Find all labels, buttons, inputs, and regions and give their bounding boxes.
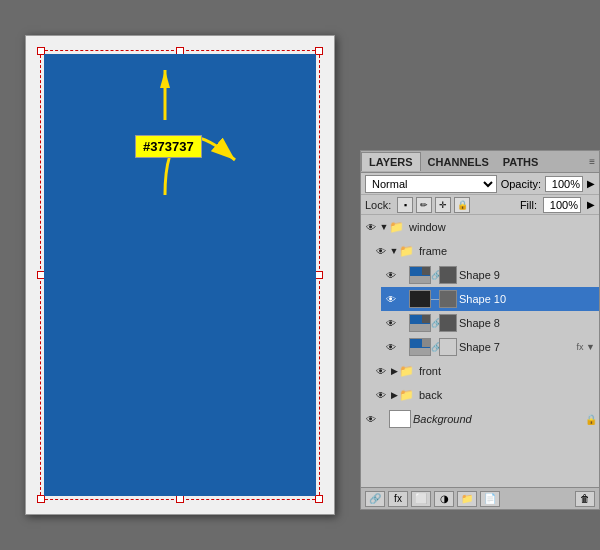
handle-tr[interactable] xyxy=(315,47,323,55)
thumb-shape9 xyxy=(409,266,431,284)
lock-background-icon: 🔒 xyxy=(585,414,597,425)
fill-arrow[interactable]: ▶ xyxy=(587,199,595,210)
visibility-front[interactable]: 👁 xyxy=(373,363,389,379)
tab-channels[interactable]: CHANNELS xyxy=(421,153,496,171)
lock-row: Lock: ▪ ✏ ✛ 🔒 Fill: ▶ xyxy=(361,195,599,215)
opacity-input[interactable] xyxy=(545,176,583,192)
fx-shape7: fx ▼ xyxy=(577,342,595,352)
new-group-btn[interactable]: 📁 xyxy=(457,491,477,507)
adjustment-btn[interactable]: ◑ xyxy=(434,491,454,507)
canvas-area: #373737 xyxy=(0,0,360,550)
tab-paths[interactable]: PATHS xyxy=(496,153,546,171)
layer-item-shape10[interactable]: 👁 — Shape 10 xyxy=(381,287,599,311)
lock-pixels-btn[interactable]: ✏ xyxy=(416,197,432,213)
link-shape8: 🔗 xyxy=(431,318,439,328)
visibility-frame[interactable]: 👁 xyxy=(373,243,389,259)
expand-front[interactable]: ▶ xyxy=(389,366,399,376)
layers-panel: LAYERS CHANNELS PATHS ≡ Normal Opacity: … xyxy=(360,150,600,510)
layer-item-window[interactable]: 👁 ▼ 📁 window xyxy=(361,215,599,239)
mask-shape8 xyxy=(439,314,457,332)
panel-tabs: LAYERS CHANNELS PATHS ≡ xyxy=(361,151,599,173)
layer-name-background: Background xyxy=(413,413,472,425)
delete-layer-btn[interactable]: 🗑 xyxy=(575,491,595,507)
fill-label: Fill: xyxy=(520,199,537,211)
panel-bottom-bar: 🔗 fx ⬜ ◑ 📁 📄 🗑 xyxy=(361,487,599,509)
thumb-background xyxy=(389,410,411,428)
layer-item-shape8[interactable]: 👁 🔗 Shape 8 xyxy=(381,311,599,335)
lock-transparent-btn[interactable]: ▪ xyxy=(397,197,413,213)
lock-icons: ▪ ✏ ✛ 🔒 xyxy=(397,197,470,213)
layer-item-background[interactable]: 👁 Background 🔒 xyxy=(361,407,599,431)
visibility-window[interactable]: 👁 xyxy=(363,219,379,235)
visibility-shape10[interactable]: 👁 xyxy=(383,291,399,307)
visibility-shape8[interactable]: 👁 xyxy=(383,315,399,331)
mask-shape10 xyxy=(439,290,457,308)
layer-name-frame: frame xyxy=(419,245,447,257)
doc-inner xyxy=(44,54,316,496)
visibility-back[interactable]: 👁 xyxy=(373,387,389,403)
layer-name-shape10: Shape 10 xyxy=(459,293,506,305)
document-frame xyxy=(25,35,335,515)
layer-name-shape8: Shape 8 xyxy=(459,317,500,329)
opacity-arrow[interactable]: ▶ xyxy=(587,178,595,189)
blend-mode-select[interactable]: Normal xyxy=(365,175,497,193)
expand-window[interactable]: ▼ xyxy=(379,222,389,232)
mask-shape9 xyxy=(439,266,457,284)
lock-label: Lock: xyxy=(365,199,391,211)
lock-all-btn[interactable]: 🔒 xyxy=(454,197,470,213)
visibility-shape7[interactable]: 👁 xyxy=(383,339,399,355)
expand-back[interactable]: ▶ xyxy=(389,390,399,400)
layer-name-front: front xyxy=(419,365,441,377)
fill-input[interactable] xyxy=(543,197,581,213)
layer-item-front[interactable]: 👁 ▶ 📁 front xyxy=(371,359,599,383)
expand-frame[interactable]: ▼ xyxy=(389,246,399,256)
link-shape7: 🔗 xyxy=(431,342,439,352)
handle-br[interactable] xyxy=(315,495,323,503)
layer-item-shape9[interactable]: 👁 🔗 Shape 9 xyxy=(381,263,599,287)
thumb-shape8 xyxy=(409,314,431,332)
tab-layers[interactable]: LAYERS xyxy=(361,152,421,171)
visibility-shape9[interactable]: 👁 xyxy=(383,267,399,283)
opacity-label: Opacity: xyxy=(501,178,541,190)
layer-item-frame[interactable]: 👁 ▼ 📁 frame xyxy=(371,239,599,263)
layer-name-back: back xyxy=(419,389,442,401)
handle-mr[interactable] xyxy=(315,271,323,279)
layer-mask-btn[interactable]: ⬜ xyxy=(411,491,431,507)
link-shape10: — xyxy=(431,294,439,304)
link-layers-btn[interactable]: 🔗 xyxy=(365,491,385,507)
lock-position-btn[interactable]: ✛ xyxy=(435,197,451,213)
layer-item-back[interactable]: 👁 ▶ 📁 back xyxy=(371,383,599,407)
visibility-background[interactable]: 👁 xyxy=(363,411,379,427)
handle-bm[interactable] xyxy=(176,495,184,503)
mask-shape7 xyxy=(439,338,457,356)
handle-bl[interactable] xyxy=(37,495,45,503)
link-shape9: 🔗 xyxy=(431,270,439,280)
blend-mode-row: Normal Opacity: ▶ xyxy=(361,173,599,195)
layer-name-window: window xyxy=(409,221,446,233)
layer-name-shape7: Shape 7 xyxy=(459,341,500,353)
layer-item-shape7[interactable]: 👁 🔗 Shape 7 fx ▼ xyxy=(381,335,599,359)
layer-list: 👁 ▼ 📁 window 👁 ▼ 📁 frame 👁 🔗 Shape 9 xyxy=(361,215,599,487)
thumb-shape7 xyxy=(409,338,431,356)
panel-menu-icon[interactable]: ≡ xyxy=(589,156,595,167)
thumb-shape10 xyxy=(409,290,431,308)
layer-name-shape9: Shape 9 xyxy=(459,269,500,281)
layer-styles-btn[interactable]: fx xyxy=(388,491,408,507)
new-layer-btn[interactable]: 📄 xyxy=(480,491,500,507)
blue-fill xyxy=(44,54,316,496)
